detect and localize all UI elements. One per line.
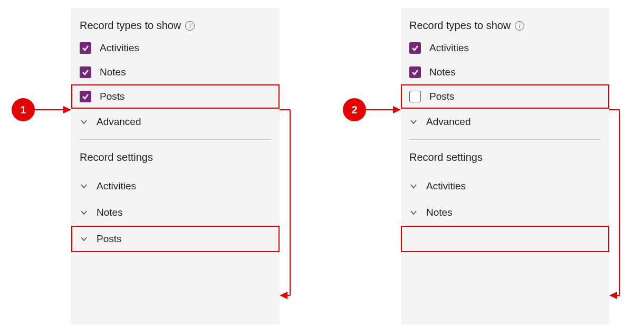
checkbox-label: Posts bbox=[100, 91, 125, 102]
panel-before: Record types to show i Activities Notes … bbox=[71, 8, 280, 324]
settings-row-notes[interactable]: Notes bbox=[71, 199, 280, 226]
section-heading-row: Record types to show i bbox=[401, 8, 609, 36]
callout-badge-1: 1 bbox=[12, 98, 35, 121]
panel-after: Record types to show i Activities Notes … bbox=[401, 8, 609, 324]
chevron-down-icon bbox=[80, 208, 88, 217]
checkbox-notes[interactable] bbox=[80, 66, 91, 78]
checkbox-label: Activities bbox=[100, 42, 139, 54]
settings-label: Activities bbox=[97, 180, 136, 192]
section-heading-row: Record types to show i bbox=[71, 8, 280, 36]
checkbox-row-notes[interactable]: Notes bbox=[71, 60, 280, 84]
expander-label: Advanced bbox=[426, 116, 471, 128]
chevron-down-icon bbox=[409, 208, 418, 217]
chevron-down-icon bbox=[80, 235, 88, 243]
settings-row-activities[interactable]: Activities bbox=[401, 173, 609, 199]
checkbox-row-activities[interactable]: Activities bbox=[401, 36, 609, 60]
checkbox-label: Activities bbox=[429, 42, 469, 54]
subheading-record-settings: Record settings bbox=[71, 144, 280, 173]
divider bbox=[409, 139, 601, 140]
svg-marker-7 bbox=[393, 106, 401, 113]
settings-label: Notes bbox=[426, 207, 453, 218]
checkbox-row-posts[interactable]: Posts bbox=[401, 84, 609, 109]
checkbox-label: Notes bbox=[100, 66, 126, 78]
chevron-down-icon bbox=[80, 182, 88, 190]
info-icon[interactable]: i bbox=[515, 21, 524, 31]
divider bbox=[80, 139, 271, 140]
settings-row-activities[interactable]: Activities bbox=[71, 173, 280, 199]
info-icon[interactable]: i bbox=[185, 21, 195, 31]
checkbox-posts[interactable] bbox=[80, 91, 91, 102]
settings-label: Notes bbox=[97, 207, 123, 218]
expander-advanced[interactable]: Advanced bbox=[71, 109, 280, 135]
checkbox-activities[interactable] bbox=[80, 42, 91, 54]
expander-advanced[interactable]: Advanced bbox=[401, 109, 609, 135]
checkbox-notes[interactable] bbox=[409, 66, 421, 78]
section-heading: Record types to show bbox=[409, 20, 511, 32]
settings-row-notes[interactable]: Notes bbox=[401, 199, 609, 226]
checkbox-posts[interactable] bbox=[409, 91, 421, 102]
svg-marker-1 bbox=[63, 106, 71, 113]
settings-label: Activities bbox=[426, 180, 466, 192]
settings-label: Posts bbox=[97, 233, 122, 245]
svg-marker-11 bbox=[609, 292, 617, 299]
checkbox-row-posts[interactable]: Posts bbox=[71, 84, 280, 109]
svg-marker-5 bbox=[280, 292, 287, 299]
checkbox-label: Notes bbox=[429, 66, 456, 78]
checkbox-activities[interactable] bbox=[409, 42, 421, 54]
subheading-record-settings: Record settings bbox=[401, 144, 609, 173]
chevron-down-icon bbox=[409, 118, 418, 126]
chevron-down-icon bbox=[80, 118, 88, 126]
checkbox-row-notes[interactable]: Notes bbox=[401, 60, 609, 84]
section-heading: Record types to show bbox=[80, 20, 181, 32]
settings-row-posts[interactable]: Posts bbox=[71, 226, 280, 252]
checkbox-label: Posts bbox=[429, 91, 455, 102]
chevron-down-icon bbox=[409, 182, 418, 190]
checkbox-row-activities[interactable]: Activities bbox=[71, 36, 280, 60]
expander-label: Advanced bbox=[97, 116, 141, 128]
settings-row-posts-empty bbox=[401, 226, 609, 252]
callout-badge-2: 2 bbox=[343, 98, 366, 121]
